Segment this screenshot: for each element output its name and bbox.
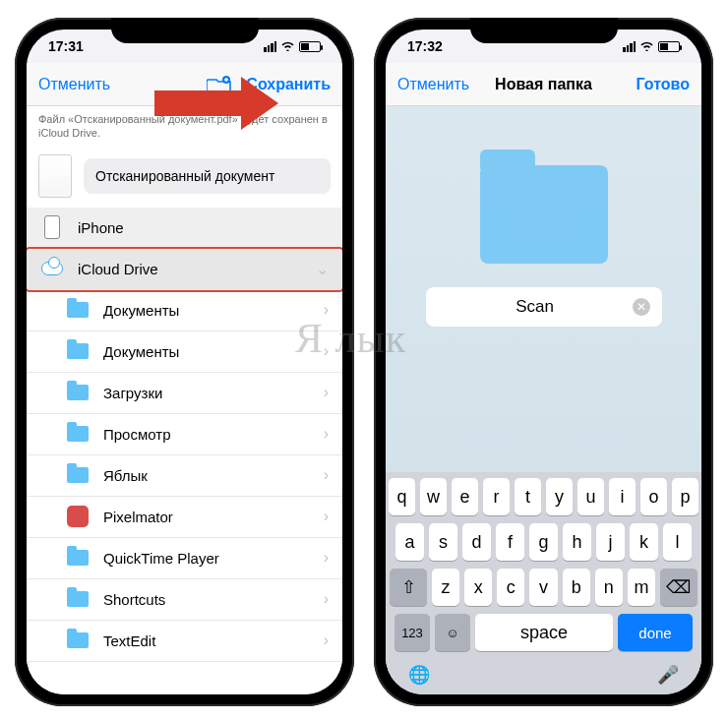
- folder-icon: [66, 629, 90, 652]
- key-k[interactable]: k: [630, 523, 658, 561]
- folder-row[interactable]: Загрузки ›: [27, 373, 342, 414]
- key-c[interactable]: c: [497, 569, 524, 606]
- stage: 17:31 Отменить Сохранить: [0, 0, 728, 721]
- folder-icon: [66, 422, 90, 446]
- status-time: 17:32: [407, 38, 443, 54]
- folder-label: QuickTime Player: [103, 550, 324, 567]
- folder-label: TextEdit: [103, 632, 324, 649]
- key-done[interactable]: done: [618, 614, 693, 651]
- big-folder-icon: [480, 165, 608, 264]
- notch: [111, 18, 259, 43]
- chevron-down-icon: ⌄: [316, 260, 329, 278]
- nav-bar: Отменить Новая папка Готово: [386, 63, 701, 106]
- folder-icon: [66, 298, 90, 322]
- key-shift[interactable]: ⇧: [390, 569, 427, 606]
- location-iphone[interactable]: iPhone: [27, 208, 342, 249]
- key-123[interactable]: 123: [394, 614, 430, 651]
- key-z[interactable]: z: [432, 569, 459, 606]
- key-m[interactable]: m: [628, 569, 655, 606]
- globe-icon[interactable]: 🌐: [407, 663, 431, 687]
- folder-row[interactable]: Просмотр ›: [27, 414, 342, 455]
- chevron-right-icon: ›: [324, 466, 329, 484]
- document-name-field[interactable]: Отсканированный документ: [84, 158, 331, 194]
- document-thumbnail: [38, 154, 72, 198]
- folder-icon: [66, 587, 90, 611]
- key-x[interactable]: x: [464, 569, 492, 606]
- notch: [470, 18, 618, 43]
- keyboard-row-4: 123 ☺ space done: [390, 614, 698, 651]
- wifi-icon: [639, 38, 654, 54]
- keyboard-row-1: q w e r t y u i o p: [390, 478, 698, 515]
- keyboard-row-3: ⇧ z x c v b n m ⌫: [390, 569, 698, 606]
- key-r[interactable]: r: [483, 478, 510, 515]
- key-j[interactable]: j: [596, 523, 625, 561]
- key-backspace[interactable]: ⌫: [660, 569, 698, 606]
- cancel-button[interactable]: Отменить: [38, 76, 110, 93]
- signal-icon: [623, 41, 636, 52]
- key-s[interactable]: s: [429, 523, 457, 561]
- chevron-right-icon: ›: [324, 508, 329, 525]
- folder-row[interactable]: Pixelmator ›: [27, 497, 342, 538]
- key-w[interactable]: w: [420, 478, 447, 515]
- chevron-right-icon: ›: [324, 590, 329, 608]
- red-arrow-annotation: [154, 90, 243, 116]
- screen-right: 17:32 Отменить Новая папка Готово Scan: [386, 30, 701, 694]
- wifi-icon: [280, 38, 295, 54]
- folder-row[interactable]: TextEdit ›: [27, 621, 342, 662]
- folder-icon: [66, 463, 90, 487]
- chevron-right-icon: ›: [324, 425, 329, 443]
- folder-name-field[interactable]: Scan ✕: [426, 287, 662, 327]
- battery-icon: [299, 41, 321, 52]
- key-y[interactable]: y: [546, 478, 573, 515]
- key-g[interactable]: g: [529, 523, 558, 561]
- location-label: iPhone: [78, 219, 329, 236]
- folder-label: Загрузки: [103, 385, 324, 401]
- folder-icon: [66, 339, 90, 363]
- folder-row[interactable]: Яблык ›: [27, 455, 342, 497]
- signal-icon: [264, 41, 276, 52]
- location-icloud-drive[interactable]: iCloud Drive ⌄: [27, 249, 342, 290]
- folder-row[interactable]: Документы ›: [27, 331, 342, 373]
- chevron-right-icon: ›: [324, 384, 329, 401]
- key-e[interactable]: e: [452, 478, 478, 515]
- status-indicators: [264, 38, 321, 54]
- phone-right: 17:32 Отменить Новая папка Готово Scan: [374, 18, 713, 706]
- cancel-button[interactable]: Отменить: [397, 76, 469, 93]
- key-q[interactable]: q: [389, 478, 415, 515]
- key-i[interactable]: i: [609, 478, 636, 515]
- folder-row[interactable]: QuickTime Player ›: [27, 538, 342, 579]
- key-f[interactable]: f: [496, 523, 524, 561]
- key-d[interactable]: d: [462, 523, 491, 561]
- key-a[interactable]: a: [395, 523, 424, 561]
- key-v[interactable]: v: [529, 569, 557, 606]
- key-o[interactable]: o: [640, 478, 667, 515]
- clear-icon[interactable]: ✕: [633, 298, 650, 316]
- key-b[interactable]: b: [563, 569, 590, 606]
- content-area: Scan ✕ q w e r t y u i o p: [386, 106, 701, 694]
- status-indicators: [623, 38, 680, 54]
- folder-icon: [66, 381, 90, 404]
- key-space[interactable]: space: [475, 614, 613, 651]
- key-l[interactable]: l: [663, 523, 692, 561]
- key-p[interactable]: p: [672, 478, 698, 515]
- mic-icon[interactable]: 🎤: [656, 663, 680, 687]
- key-u[interactable]: u: [577, 478, 604, 515]
- done-button[interactable]: Готово: [637, 76, 690, 93]
- app-icon-pixelmator: [66, 505, 90, 528]
- folder-label: Pixelmator: [103, 509, 324, 525]
- keyboard-row-2: a s d f g h j k l: [390, 523, 698, 561]
- key-t[interactable]: t: [515, 478, 541, 515]
- key-n[interactable]: n: [595, 569, 623, 606]
- cloud-icon: [40, 257, 64, 280]
- chevron-right-icon: ›: [324, 631, 329, 649]
- key-emoji[interactable]: ☺: [435, 614, 470, 651]
- screen-left: 17:31 Отменить Сохранить: [27, 30, 342, 694]
- keyboard-bottom-bar: 🌐 🎤: [390, 659, 698, 687]
- folder-label: Shortcuts: [103, 591, 324, 608]
- folder-row[interactable]: Документы ›: [27, 290, 342, 331]
- folder-label: Документы: [103, 343, 324, 360]
- key-h[interactable]: h: [563, 523, 591, 561]
- folder-icon: [66, 546, 90, 570]
- folder-row[interactable]: Shortcuts ›: [27, 579, 342, 621]
- status-time: 17:31: [48, 38, 84, 54]
